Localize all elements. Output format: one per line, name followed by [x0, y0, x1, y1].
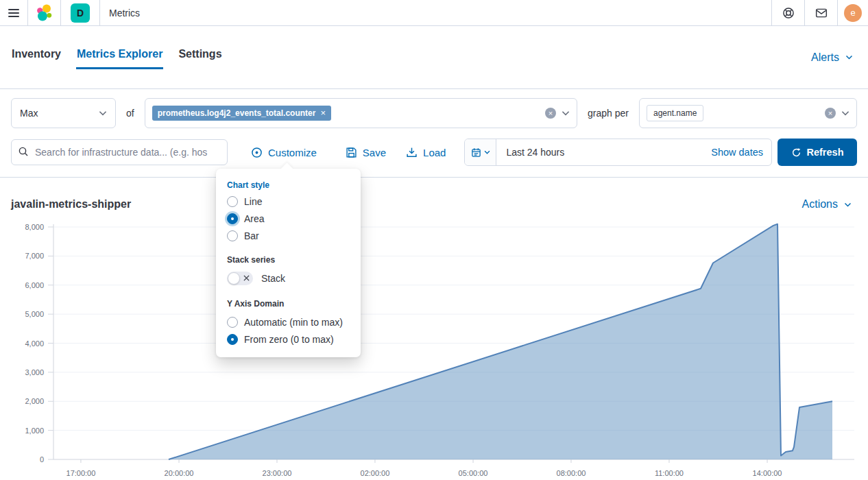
graph-per-label: graph per	[588, 108, 629, 119]
mail-icon	[815, 7, 828, 19]
metric-combobox[interactable]: prometheus.log4j2_events_total.counter ×…	[145, 98, 577, 128]
svg-text:6,000: 6,000	[25, 281, 44, 289]
stack-series-heading: Stack series	[227, 255, 350, 265]
y-domain-option-automatic[interactable]: Automatic (min to max)	[227, 317, 350, 328]
svg-text:08:00:00: 08:00:00	[557, 469, 586, 477]
load-icon	[406, 147, 418, 158]
metric-pill-label: prometheus.log4j2_events_total.counter	[158, 108, 316, 118]
save-button[interactable]: Save	[346, 147, 386, 158]
date-picker: Last 24 hours Show dates	[464, 139, 772, 166]
chevron-down-icon[interactable]	[562, 110, 570, 116]
toolbar-divider	[0, 177, 868, 178]
svg-text:2,000: 2,000	[25, 397, 44, 405]
load-button[interactable]: Load	[406, 147, 446, 158]
save-label: Save	[363, 147, 386, 158]
radio-line-label: Line	[244, 196, 262, 207]
radio-area-label: Area	[244, 213, 265, 224]
chevron-down-icon	[845, 55, 853, 60]
page-title: Metrics	[100, 0, 140, 25]
group-by-combobox[interactable]: agent.name ×	[639, 98, 857, 128]
save-icon	[346, 147, 357, 158]
newsfeed-button[interactable]	[804, 0, 837, 25]
y-axis-domain-heading: Y Axis Domain	[227, 299, 350, 309]
svg-text:05:00:00: 05:00:00	[459, 469, 488, 477]
top-bar-spacer	[140, 0, 771, 25]
elastic-logo[interactable]	[28, 0, 61, 25]
metrics-chart[interactable]: 01,0002,0003,0004,0005,0006,0007,0008,00…	[0, 213, 868, 480]
radio-from-zero[interactable]	[227, 334, 238, 345]
help-button[interactable]	[771, 0, 804, 25]
user-menu-button[interactable]: e	[837, 0, 868, 25]
of-label: of	[126, 108, 134, 119]
actions-label: Actions	[802, 198, 838, 211]
alerts-label: Alerts	[811, 51, 839, 64]
y-domain-option-from-zero[interactable]: From zero (0 to max)	[227, 334, 350, 345]
space-badge: D	[71, 3, 90, 23]
svg-text:1,000: 1,000	[25, 427, 44, 435]
radio-bar[interactable]	[227, 230, 238, 241]
customize-popover: Chart style Line Area Bar Stack series S…	[216, 169, 361, 357]
svg-text:02:00:00: 02:00:00	[361, 469, 390, 477]
elastic-logo-icon	[36, 4, 53, 22]
avatar: e	[844, 4, 862, 22]
alerts-dropdown-button[interactable]: Alerts	[811, 51, 857, 64]
hamburger-menu-button[interactable]	[0, 0, 28, 25]
show-dates-button[interactable]: Show dates	[711, 147, 771, 158]
chart-style-option-area[interactable]: Area	[227, 213, 350, 224]
top-bar: D Metrics e	[0, 0, 868, 26]
aggregation-value: Max	[20, 108, 38, 119]
toggle-off-x-icon	[243, 275, 250, 281]
stack-toggle-label: Stack	[261, 273, 285, 284]
chevron-down-icon	[99, 110, 107, 116]
svg-text:8,000: 8,000	[25, 223, 44, 231]
svg-text:11:00:00: 11:00:00	[655, 469, 684, 477]
metric-pill[interactable]: prometheus.log4j2_events_total.counter ×	[152, 106, 331, 121]
svg-text:20:00:00: 20:00:00	[165, 469, 194, 477]
clear-metric-button[interactable]: ×	[545, 108, 556, 119]
customize-icon	[251, 147, 263, 158]
svg-text:4,000: 4,000	[25, 339, 44, 348]
clear-group-by-button[interactable]: ×	[825, 108, 836, 119]
toggle-knob	[228, 272, 240, 285]
search-icon	[18, 146, 29, 157]
refresh-button[interactable]: Refresh	[777, 139, 857, 166]
chart-title: javalin-metrics-shipper	[11, 198, 131, 211]
chart-style-heading: Chart style	[227, 180, 350, 190]
svg-text:17:00:00: 17:00:00	[67, 469, 96, 477]
load-label: Load	[423, 147, 446, 158]
stack-switch-row[interactable]: Stack	[227, 272, 350, 285]
chevron-down-icon	[844, 202, 852, 207]
tab-inventory[interactable]: Inventory	[11, 45, 62, 69]
svg-text:5,000: 5,000	[25, 310, 44, 318]
group-by-pill[interactable]: agent.name	[647, 105, 703, 121]
metric-controls-row: Max of prometheus.log4j2_events_total.co…	[0, 89, 868, 137]
date-quick-select-button[interactable]	[465, 139, 496, 165]
chart-actions-button[interactable]: Actions	[802, 198, 857, 211]
aggregation-select[interactable]: Max	[11, 98, 116, 128]
time-range-value[interactable]: Last 24 hours	[496, 147, 564, 158]
chart-style-option-bar[interactable]: Bar	[227, 230, 350, 241]
chevron-down-icon	[484, 150, 490, 154]
tab-settings[interactable]: Settings	[178, 45, 222, 69]
stack-toggle[interactable]	[227, 272, 253, 285]
tab-metrics-explorer[interactable]: Metrics Explorer	[76, 45, 163, 69]
refresh-label: Refresh	[807, 147, 844, 158]
chevron-down-icon[interactable]	[841, 110, 849, 116]
svg-text:23:00:00: 23:00:00	[263, 469, 292, 477]
search-input[interactable]	[11, 139, 228, 165]
chart-style-option-line[interactable]: Line	[227, 196, 350, 207]
app-tabs: Inventory Metrics Explorer Settings Aler…	[0, 26, 868, 89]
svg-text:14:00:00: 14:00:00	[753, 469, 782, 477]
radio-automatic-label: Automatic (min to max)	[244, 317, 343, 328]
help-icon	[782, 7, 795, 19]
svg-text:3,000: 3,000	[25, 368, 44, 376]
remove-metric-icon[interactable]: ×	[320, 110, 326, 117]
radio-automatic[interactable]	[227, 317, 238, 328]
customize-button[interactable]: Customize	[251, 147, 317, 158]
svg-text:7,000: 7,000	[25, 252, 44, 260]
svg-text:0: 0	[40, 455, 44, 464]
radio-line[interactable]	[227, 196, 238, 207]
radio-area[interactable]	[227, 213, 238, 224]
space-selector[interactable]: D	[61, 0, 100, 25]
toolbar-row: Customize Save Load Last 24 hours Show d…	[0, 137, 868, 177]
